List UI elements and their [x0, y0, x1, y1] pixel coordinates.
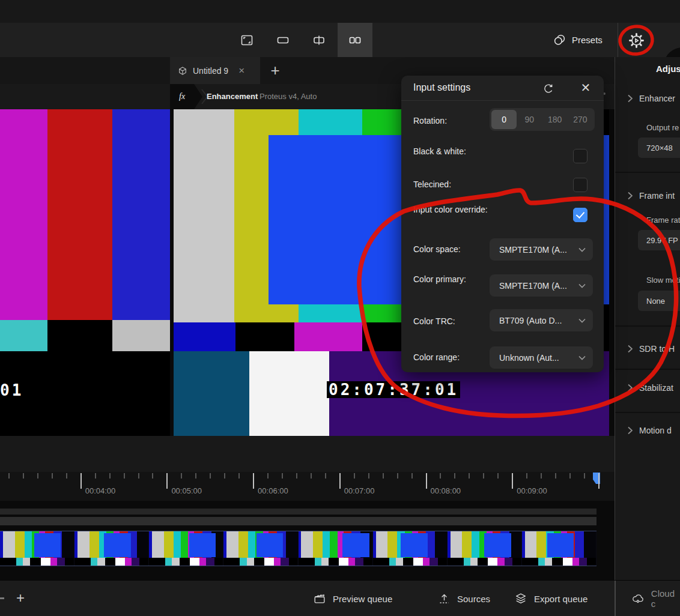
section-frame-interpolation-label: Frame int: [639, 191, 675, 201]
chevron-right-icon: [627, 384, 633, 392]
ruler-minor-tick: [152, 473, 153, 479]
rotation-option-90[interactable]: 90: [517, 110, 542, 129]
ruler-minor-tick: [124, 473, 125, 479]
ruler-minor-tick: [483, 473, 484, 479]
ruler-minor-tick: [541, 473, 542, 479]
ruler-minor-tick: [95, 473, 96, 479]
close-dialog-button[interactable]: ✕: [579, 81, 592, 94]
timecode-fragment: 01: [0, 382, 23, 399]
chevron-right-icon: [627, 94, 633, 103]
ruler-minor-tick: [224, 473, 225, 479]
tab-untitled-9[interactable]: Untitled 9 ×: [170, 57, 260, 84]
rotation-option-180[interactable]: 180: [542, 110, 568, 129]
section-stabilization-label: Stabilizat: [639, 383, 673, 393]
fx-icon: fx: [179, 92, 185, 101]
ruler-minor-tick: [397, 473, 398, 479]
telecined-label: Telecined:: [413, 179, 490, 190]
cloud-credits-button[interactable]: Cloud c: [631, 581, 680, 616]
dialog-title: Input settings: [413, 82, 470, 93]
frame-rate-field[interactable]: 29.97 FP: [638, 230, 680, 250]
output-resolution-value: 720×48: [646, 143, 673, 152]
output-resolution-field[interactable]: 720×48: [638, 137, 680, 158]
color-space-dropdown[interactable]: SMPTE170M (A...: [490, 238, 593, 261]
timeline-ruler[interactable]: 00:04:0000:05:0000:06:0000:07:0000:08:00…: [0, 472, 615, 501]
ruler-minor-tick: [526, 473, 527, 479]
refresh-icon: [543, 83, 554, 94]
bottom-bar: + Preview queue Sources Export queue: [0, 580, 680, 616]
sidebar-divider: [615, 172, 680, 173]
side-by-side-view-button[interactable]: [338, 23, 372, 57]
filmstrip-frame[interactable]: [0, 531, 74, 566]
filmstrip-frame[interactable]: [223, 531, 298, 566]
split-view-button[interactable]: [302, 23, 336, 57]
filmstrip-frame[interactable]: [299, 531, 373, 566]
ruler-minor-tick: [454, 473, 455, 479]
telecined-checkbox[interactable]: [573, 178, 587, 192]
new-tab-button[interactable]: +: [264, 59, 286, 81]
color-trc-dropdown[interactable]: BT709 (Auto D...: [490, 309, 593, 331]
filmstrip-frame[interactable]: [448, 531, 522, 566]
process-settings-button[interactable]: [627, 31, 645, 49]
fx-badge[interactable]: fx: [170, 84, 202, 109]
black-white-checkbox[interactable]: [573, 149, 587, 163]
section-enhancement[interactable]: Enhancer: [627, 94, 675, 103]
ruler-minor-tick: [440, 473, 441, 479]
rotation-option-0[interactable]: 0: [491, 110, 517, 129]
timeline-track-lane[interactable]: [0, 509, 597, 515]
topaz-video-app-window: Presets: [0, 0, 680, 616]
ruler-minor-tick: [325, 473, 326, 479]
rotation-label: Rotation:: [413, 115, 490, 127]
ruler-minor-tick: [311, 473, 312, 479]
ruler-minor-tick: [66, 473, 67, 479]
add-source-button[interactable]: +: [12, 590, 29, 606]
ruler-major-tick: [80, 473, 82, 489]
playback-controls-bar: Fit % Render 1s: [0, 436, 615, 472]
timeline-filmstrip[interactable]: [0, 531, 597, 566]
ruler-major-tick: [426, 473, 427, 489]
sources-button[interactable]: Sources: [438, 581, 490, 616]
section-sdr-to-hdr[interactable]: SDR to H: [627, 344, 675, 354]
chevron-right-icon: [627, 345, 633, 353]
tab-label: Untitled 9: [193, 66, 228, 76]
filmstrip-frame[interactable]: [149, 531, 223, 566]
ruler-minor-tick: [296, 473, 297, 479]
ruler-minor-tick: [181, 473, 182, 479]
frame-rate-label: Frame rat: [646, 216, 680, 225]
fit-view-button[interactable]: [229, 23, 264, 57]
slow-motion-value: None: [646, 297, 665, 306]
reset-button[interactable]: [541, 80, 556, 96]
presets-icon: [553, 33, 566, 47]
sources-label: Sources: [457, 594, 490, 604]
ruler-major-tick: [166, 473, 168, 489]
single-view-button[interactable]: [266, 23, 300, 57]
ruler-minor-tick: [37, 473, 38, 479]
ruler-time-label: 00:07:00: [344, 486, 375, 495]
ruler-minor-tick: [195, 473, 196, 479]
section-frame-interpolation[interactable]: Frame int: [627, 191, 675, 201]
preview-pane-original[interactable]: 01: [0, 109, 170, 436]
collapse-handle[interactable]: [0, 597, 4, 599]
input-color-override-label: Input color override:: [413, 204, 490, 216]
preview-queue-button[interactable]: Preview queue: [313, 581, 392, 616]
chevron-down-icon: [578, 355, 586, 360]
presets-label: Presets: [572, 35, 603, 45]
color-primary-dropdown[interactable]: SMPTE170M (A...: [490, 274, 593, 297]
color-range-dropdown[interactable]: Unknown (Aut...: [490, 346, 593, 369]
chevron-down-icon: [578, 283, 586, 288]
input-color-override-checkbox[interactable]: [573, 208, 587, 222]
slow-motion-field[interactable]: None: [638, 291, 680, 311]
export-queue-button[interactable]: Export queue: [514, 581, 587, 616]
cloud-credits-label: Cloud c: [651, 588, 680, 609]
section-stabilization[interactable]: Stabilizat: [627, 383, 673, 393]
section-motion-deblur[interactable]: Motion d: [627, 426, 672, 435]
tab-close-button[interactable]: ×: [238, 65, 244, 76]
rotation-option-270[interactable]: 270: [568, 110, 593, 129]
timeline-track-lane[interactable]: [0, 517, 597, 525]
presets-button[interactable]: Presets: [553, 23, 603, 57]
ruler-major-tick: [253, 473, 254, 489]
ruler-minor-tick: [23, 473, 24, 479]
filmstrip-frame[interactable]: [373, 531, 448, 566]
filmstrip-frame[interactable]: [74, 531, 149, 566]
ruler-major-tick: [512, 473, 513, 489]
filmstrip-frame[interactable]: [522, 531, 597, 566]
